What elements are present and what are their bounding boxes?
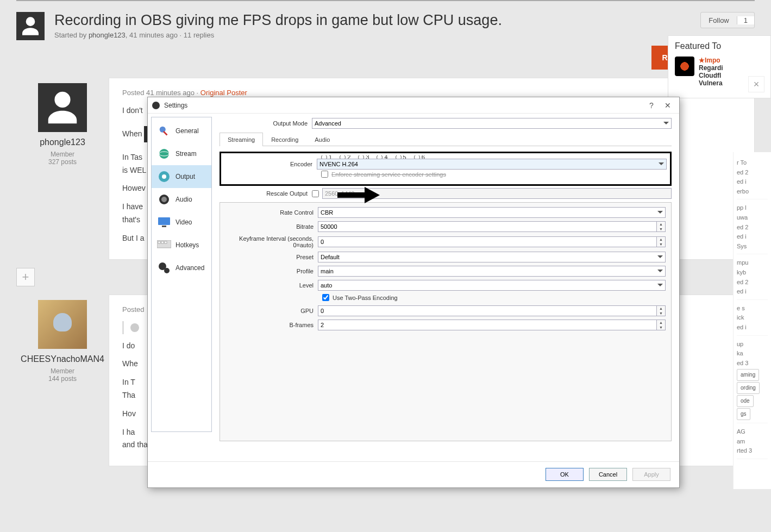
speaker-icon bbox=[157, 192, 171, 206]
wrench-icon bbox=[157, 124, 171, 138]
side-topic-list: r Toed 2ed ierbo pp luwaed 2ed iSys mpuk… bbox=[733, 152, 771, 489]
close-icon[interactable]: ✕ bbox=[660, 101, 676, 110]
sidebar-item-video[interactable]: Video bbox=[152, 211, 211, 234]
sidebar-item-advanced[interactable]: Advanced bbox=[152, 256, 211, 279]
obs-settings-dialog: Settings ? ✕ General Stream Output Audio… bbox=[147, 97, 680, 488]
bframes-input[interactable] bbox=[318, 320, 657, 330]
tab-recording[interactable]: Recording bbox=[263, 133, 306, 146]
author-avatar[interactable] bbox=[38, 300, 87, 349]
output-mode-select[interactable]: Advanced bbox=[312, 118, 672, 129]
author-name[interactable]: CHEESYnachoMAN4 bbox=[16, 354, 109, 364]
follow-button[interactable]: Follow 1 bbox=[700, 12, 755, 28]
svg-rect-9 bbox=[162, 226, 166, 227]
sidebar-item-stream[interactable]: Stream bbox=[152, 142, 211, 165]
keyframe-input[interactable] bbox=[318, 236, 657, 247]
two-pass-checkbox[interactable] bbox=[322, 294, 329, 301]
user-icon bbox=[43, 89, 82, 127]
svg-point-5 bbox=[162, 174, 166, 179]
author-posts: 327 posts bbox=[16, 158, 109, 166]
sidebar-item-output[interactable]: Output bbox=[152, 165, 211, 188]
sidebar-item-audio[interactable]: Audio bbox=[152, 188, 211, 211]
cancel-button[interactable]: Cancel bbox=[589, 468, 627, 481]
apply-button[interactable]: Apply bbox=[632, 468, 670, 481]
featured-item-icon bbox=[675, 57, 694, 76]
svg-rect-16 bbox=[337, 192, 365, 198]
encoder-select[interactable]: NVENC H.264 bbox=[317, 159, 667, 170]
tab-audio[interactable]: Audio bbox=[306, 133, 338, 146]
thread-author-link[interactable]: phongle123 bbox=[89, 31, 126, 39]
spinner-buttons[interactable]: ▲▼ bbox=[657, 305, 666, 316]
follow-count: 1 bbox=[737, 16, 754, 24]
thread-header: Recording in OBS giving me FPS drops in … bbox=[0, 1, 771, 46]
svg-rect-1 bbox=[163, 131, 167, 135]
tag[interactable]: ording bbox=[737, 382, 760, 394]
add-button[interactable]: + bbox=[16, 268, 35, 286]
output-mode-label: Output Mode bbox=[220, 120, 312, 127]
svg-rect-8 bbox=[158, 217, 170, 225]
original-poster-tag: Original Poster bbox=[200, 89, 247, 97]
rescale-output-checkbox[interactable] bbox=[312, 190, 319, 197]
author-avatar[interactable] bbox=[38, 83, 87, 132]
rate-control-select[interactable]: CBR bbox=[318, 207, 666, 218]
svg-point-15 bbox=[164, 268, 170, 273]
broadcast-icon bbox=[157, 170, 171, 184]
gpu-input[interactable] bbox=[318, 305, 657, 316]
obs-logo-icon bbox=[152, 102, 160, 109]
spinner-buttons[interactable]: ▲▼ bbox=[657, 221, 666, 232]
svg-point-7 bbox=[161, 197, 167, 202]
encoder-label: Encoder bbox=[224, 161, 317, 167]
tag[interactable]: aming bbox=[737, 369, 759, 381]
gears-icon bbox=[157, 261, 171, 275]
featured-heading: Featured To bbox=[675, 41, 770, 51]
level-select[interactable]: auto bbox=[318, 280, 666, 291]
arrow-annotation-icon bbox=[337, 187, 380, 203]
bitrate-input[interactable] bbox=[318, 221, 657, 232]
globe-icon bbox=[157, 147, 171, 161]
svg-rect-13 bbox=[165, 241, 167, 243]
thread-title: Recording in OBS giving me FPS drops in … bbox=[54, 12, 502, 29]
dialog-title: Settings bbox=[164, 102, 187, 109]
sidebar-item-general[interactable]: General bbox=[152, 120, 211, 142]
ok-button[interactable]: OK bbox=[546, 468, 584, 481]
preset-select[interactable]: Default bbox=[318, 252, 666, 262]
rescale-output-label: Rescale Output bbox=[220, 190, 312, 197]
thread-author-avatar[interactable] bbox=[16, 12, 45, 40]
close-icon[interactable]: × bbox=[748, 76, 764, 92]
author-rank: Member bbox=[16, 151, 109, 158]
svg-point-2 bbox=[159, 149, 169, 159]
profile-select[interactable]: main bbox=[318, 266, 666, 277]
user-icon bbox=[20, 15, 41, 37]
chevron-down-icon[interactable] bbox=[130, 323, 139, 332]
svg-rect-11 bbox=[158, 241, 160, 243]
sidebar-item-hotkeys[interactable]: Hotkeys bbox=[152, 234, 211, 256]
enforce-encoder-label: Enforce streaming service encoder settin… bbox=[331, 171, 446, 178]
help-icon[interactable]: ? bbox=[643, 101, 660, 110]
tag[interactable]: gs bbox=[737, 408, 750, 420]
tab-streaming[interactable]: Streaming bbox=[220, 133, 263, 146]
svg-marker-17 bbox=[365, 187, 380, 203]
spinner-buttons[interactable]: ▲▼ bbox=[657, 236, 666, 247]
author-rank: Member bbox=[16, 367, 109, 375]
tag[interactable]: ode bbox=[737, 395, 754, 407]
encoder-highlight-box: 123456 Encoder NVENC H.264 Enforce strea… bbox=[220, 152, 672, 186]
author-posts: 144 posts bbox=[16, 375, 109, 383]
author-name[interactable]: phongle123 bbox=[16, 137, 109, 147]
enforce-encoder-checkbox[interactable] bbox=[321, 171, 328, 178]
monitor-icon bbox=[157, 215, 171, 229]
thread-meta: Started by phongle123, 41 minutes ago · … bbox=[54, 31, 502, 39]
spinner-buttons[interactable]: ▲▼ bbox=[657, 320, 666, 330]
keyboard-icon bbox=[157, 238, 171, 252]
svg-rect-12 bbox=[161, 241, 164, 243]
